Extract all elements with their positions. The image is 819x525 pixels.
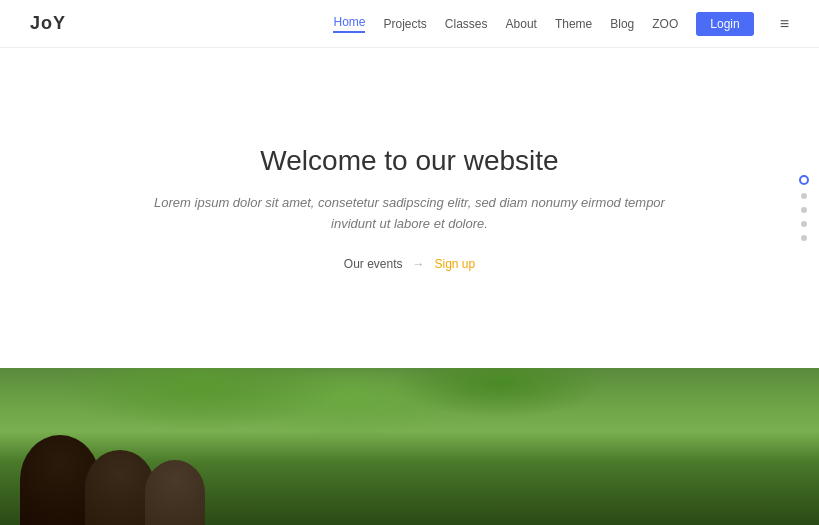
side-dot-2[interactable] [801,193,807,199]
login-button[interactable]: Login [696,12,753,36]
person-silhouette-3 [145,460,205,525]
nav-item-theme[interactable]: Theme [555,17,592,31]
nav-links: Home Projects Classes About Theme Blog Z… [333,12,789,36]
side-navigation-dots [799,175,809,241]
nav-item-classes[interactable]: Classes [445,17,488,31]
sign-up-link[interactable]: Sign up [435,257,476,271]
side-dot-5[interactable] [801,235,807,241]
side-dot-4[interactable] [801,221,807,227]
people-silhouettes [0,425,819,525]
nav-item-home[interactable]: Home [333,15,365,33]
bottom-image-section [0,368,819,525]
hero-title: Welcome to our website [260,145,558,177]
hamburger-icon[interactable]: ≡ [780,15,789,33]
link-separator: → [413,257,425,271]
nav-item-projects[interactable]: Projects [383,17,426,31]
nav-item-blog[interactable]: Blog [610,17,634,31]
navbar: JoY Home Projects Classes About Theme Bl… [0,0,819,48]
brand-logo[interactable]: JoY [30,13,66,34]
nav-item-about[interactable]: About [506,17,537,31]
nav-item-zoo[interactable]: ZOO [652,17,678,31]
hero-section: Welcome to our website Lorem ipsum dolor… [0,48,819,368]
our-events-link[interactable]: Our events [344,257,403,271]
side-dot-3[interactable] [801,207,807,213]
hero-cta: Our events → Sign up [344,257,475,271]
side-dot-1[interactable] [799,175,809,185]
hero-subtitle: Lorem ipsum dolor sit amet, consetetur s… [150,193,670,235]
